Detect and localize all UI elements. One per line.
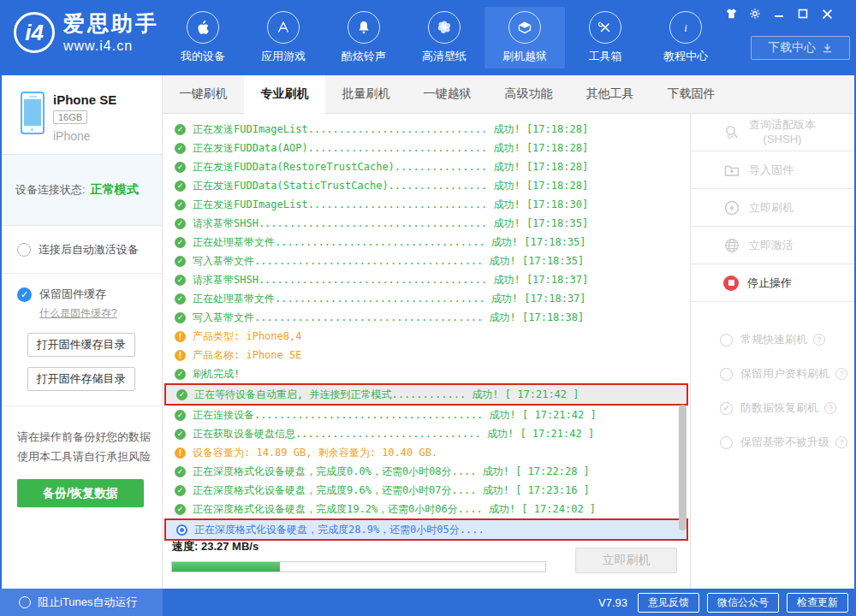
app-window: i4 爱思助手 www.i4.cn 我的设备 应用游戏 <box>0 0 856 616</box>
backup-restore-button[interactable]: 备份/恢复数据 <box>17 479 144 507</box>
keep-cache-checkbox[interactable]: ✓ <box>17 287 32 302</box>
flash-progress-bar <box>171 561 546 572</box>
shsh-search-icon: SH <box>723 124 740 141</box>
open-storage-dir-button[interactable]: 打开固件存储目录 <box>27 367 135 391</box>
feedback-button[interactable]: 意见反馈 <box>638 593 699 613</box>
activate-now-button: 立即激活 <box>691 227 856 264</box>
log-line: 请求基带SHSH................................… <box>163 270 690 289</box>
speed-value: 23.27 MB/s <box>201 540 259 553</box>
import-firmware-button: 导入固件 <box>691 151 856 189</box>
success-check-icon <box>175 293 186 305</box>
option-label: 常规快速刷机 <box>740 332 807 347</box>
query-shsh-button: SH 查询适配版本 (SHSH) <box>691 114 856 151</box>
app-title: 爱思助手 <box>63 12 159 36</box>
keep-cache-option[interactable]: ✓ 保留固件缓存 <box>0 287 162 302</box>
flower-icon <box>428 11 461 44</box>
firmware-cache-section: ✓ 保留固件缓存 什么是固件缓存? 打开固件缓存目录 打开固件存储目录 <box>0 274 162 406</box>
log-line: 正在发送FUDData(RestoreTrustCache)..........… <box>163 157 690 176</box>
device-model: iPhone <box>53 129 91 143</box>
nav-my-device[interactable]: 我的设备 <box>163 7 243 68</box>
log-line-capacity: 设备容量为: 14.89 GB, 剩余容量为: 10.40 GB. <box>163 443 690 462</box>
help-icon[interactable] <box>835 436 847 448</box>
block-itunes-radio[interactable] <box>19 596 31 608</box>
flash-tabbar: 一键刷机 专业刷机 批量刷机 一键越狱 高级功能 其他工具 下载固件 <box>163 75 856 114</box>
flash-mode-options: 常规快速刷机 保留用户资料刷机 防数据恢复刷机 保留基带不被升级 <box>691 302 856 459</box>
nav-flash-jailbreak[interactable]: 刷机越狱 <box>484 7 565 68</box>
log-line: 正在处理基带文件................................… <box>163 233 690 252</box>
settings-gear-icon[interactable] <box>746 6 764 21</box>
log-line: 正在发送FUDImageList........................… <box>163 195 690 214</box>
titlebar: i4 爱思助手 www.i4.cn 我的设备 应用游戏 <box>0 0 856 75</box>
success-check-icon <box>176 389 187 400</box>
tab-other-tools[interactable]: 其他工具 <box>569 75 651 113</box>
download-center-label: 下载中心 <box>768 40 816 56</box>
log-line: 正在发送FUDData(StaticTrustCache)...........… <box>163 176 690 195</box>
option-radio <box>720 436 733 449</box>
success-check-icon <box>175 143 186 154</box>
nav-toolbox[interactable]: 工具箱 <box>565 7 645 68</box>
activate-globe-icon <box>723 237 740 254</box>
option-label: 保留用户资料刷机 <box>740 366 829 382</box>
option-anti-data-recovery-flash: 防数据恢复刷机 <box>691 391 856 425</box>
tab-advanced[interactable]: 高级功能 <box>488 75 569 113</box>
log-list: 正在发送FUDImageList........................… <box>163 114 690 541</box>
success-check-icon <box>175 181 186 192</box>
block-itunes-option[interactable]: 阻止iTunes自动运行 <box>0 589 163 616</box>
nav-label: 应用游戏 <box>261 49 306 64</box>
action-label: 导入固件 <box>749 163 794 178</box>
auto-activate-option[interactable]: 连接后自动激活设备 <box>0 226 162 274</box>
nav-label: 工具箱 <box>589 49 622 64</box>
log-line: 写入基带文件..................................… <box>163 308 690 327</box>
app-logo: i4 爱思助手 www.i4.cn <box>14 12 159 53</box>
i4-logo-icon: i4 <box>14 12 55 53</box>
help-icon[interactable] <box>835 368 847 380</box>
help-icon[interactable] <box>824 402 836 414</box>
connection-status: 设备连接状态: 正常模式 <box>0 154 162 226</box>
action-label: 立即刷机 <box>749 200 794 216</box>
tab-one-click-jailbreak[interactable]: 一键越狱 <box>407 75 488 113</box>
tab-download-firmware[interactable]: 下载固件 <box>651 75 732 113</box>
help-icon[interactable] <box>813 334 825 346</box>
log-line-product-name: 产品名称: iPhone SE <box>163 346 690 364</box>
success-check-icon <box>175 124 186 135</box>
nav-ringtones[interactable]: 酷炫铃声 <box>324 7 404 68</box>
minimize-icon[interactable] <box>770 6 788 21</box>
main-nav: 我的设备 应用游戏 酷炫铃声 高清壁纸 <box>163 7 726 68</box>
backup-warning-section: 请在操作前备份好您的数据 使用本工具请自行承担风险 备份/恢复数据 <box>0 406 162 507</box>
device-name: iPhone SE <box>53 92 116 107</box>
open-cache-dir-button[interactable]: 打开固件缓存目录 <box>27 333 135 357</box>
log-scrollbar-thumb[interactable] <box>679 405 687 530</box>
maximize-icon[interactable] <box>794 6 811 21</box>
close-icon[interactable] <box>818 6 835 21</box>
tab-one-click-flash[interactable]: 一键刷机 <box>163 75 244 113</box>
nav-wallpapers[interactable]: 高清壁纸 <box>404 7 484 68</box>
version-label: V7.93 <box>598 596 627 609</box>
tab-pro-flash[interactable]: 专业刷机 <box>244 75 325 114</box>
connection-status-value: 正常模式 <box>91 182 139 198</box>
nav-label: 高清壁纸 <box>422 49 467 64</box>
speed-label: 速度: <box>172 540 198 553</box>
iphone-icon <box>21 92 45 134</box>
tab-batch-flash[interactable]: 批量刷机 <box>325 75 407 113</box>
log-line-highlighted-reboot: 正在等待设备自动重启, 并连接到正常模式............ 成功! [ 1… <box>164 383 688 406</box>
download-icon <box>822 43 833 54</box>
download-center-button[interactable]: 下载中心 <box>751 36 850 60</box>
log-line: 正在发送FUDData(AOP)........................… <box>163 139 690 157</box>
wechat-official-button[interactable]: 微信公众号 <box>707 593 779 613</box>
skin-icon[interactable] <box>722 6 740 21</box>
nav-apps-games[interactable]: 应用游戏 <box>243 7 324 68</box>
check-update-button[interactable]: 检查更新 <box>787 593 848 613</box>
success-check-icon <box>175 275 186 286</box>
running-icon <box>176 524 187 536</box>
success-check-icon <box>175 199 186 210</box>
option-label: 防数据恢复刷机 <box>740 400 818 416</box>
log-line-highlighted-running: 正在深度格式化设备硬盘，完成度28.9%，还需0小时05分.... <box>164 518 688 541</box>
auto-activate-radio[interactable] <box>17 243 31 257</box>
success-check-icon <box>175 218 186 229</box>
stop-operation-button[interactable]: 停止操作 <box>691 264 856 302</box>
block-itunes-label: 阻止iTunes自动运行 <box>38 595 138 610</box>
window-frame-left <box>0 75 2 616</box>
keep-cache-label: 保留固件缓存 <box>39 287 106 302</box>
nav-tutorials[interactable]: i 教程中心 <box>645 7 726 68</box>
what-is-cache-link[interactable]: 什么是固件缓存? <box>39 306 117 321</box>
